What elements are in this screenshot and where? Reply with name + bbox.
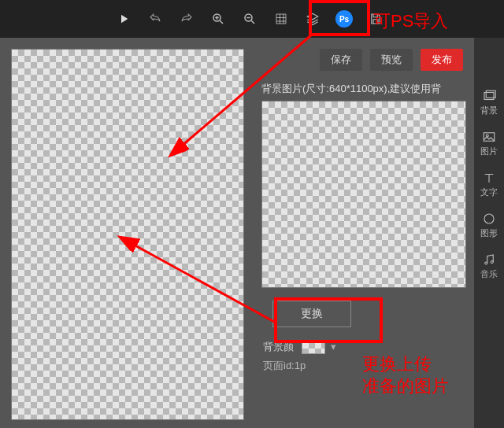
save-icon-button[interactable] [362, 6, 389, 32]
bg-description: 背景图片(尺寸:640*1100px),建议使用背 [257, 79, 471, 101]
side-tabs: 背景 图片 文字 图形 音乐 [474, 38, 504, 428]
svg-point-12 [485, 262, 487, 264]
action-row: 保存 预览 发布 [257, 46, 471, 79]
image-icon [482, 130, 496, 144]
canvas-wrap [0, 38, 252, 428]
tab-music[interactable]: 音乐 [474, 245, 504, 286]
undo-button[interactable] [142, 6, 169, 32]
background-thumbnail[interactable] [261, 101, 466, 288]
layers-button[interactable] [299, 6, 326, 32]
music-icon [482, 253, 496, 267]
tab-shape-label: 图形 [480, 227, 498, 239]
properties-panel: 保存 预览 发布 背景图片(尺寸:640*1100px),建议使用背 更换 背景… [252, 38, 474, 428]
shape-icon [482, 212, 496, 226]
ps-icon: Ps [335, 10, 353, 28]
bgcolor-label: 背景颜 [263, 341, 294, 352]
tab-shape[interactable]: 图形 [474, 205, 504, 245]
tab-image-label: 图片 [480, 146, 498, 157]
bgcolor-row[interactable]: 背景颜 ▾ [257, 334, 471, 356]
editor-canvas[interactable] [11, 49, 244, 420]
svg-line-5 [251, 20, 254, 24]
pageid-label: 页面id:1p [257, 356, 471, 374]
ps-import-button[interactable]: Ps [331, 6, 358, 32]
bgcolor-swatch[interactable] [302, 341, 325, 354]
replace-button[interactable]: 更换 [272, 301, 351, 327]
top-toolbar: Ps [0, 0, 504, 38]
text-icon [482, 171, 496, 185]
svg-point-13 [491, 260, 493, 263]
publish-button[interactable]: 发布 [421, 49, 463, 71]
right-column: 保存 预览 发布 背景图片(尺寸:640*1100px),建议使用背 更换 背景… [252, 38, 504, 428]
tab-background[interactable]: 背景 [474, 82, 504, 123]
preview-button[interactable]: 预览 [370, 49, 413, 71]
svg-point-11 [484, 214, 494, 223]
save-button[interactable]: 保存 [320, 49, 362, 71]
main-area: 保存 预览 发布 背景图片(尺寸:640*1100px),建议使用背 更换 背景… [0, 38, 504, 428]
play-button[interactable] [110, 6, 137, 32]
chevron-down-icon: ▾ [331, 341, 336, 352]
zoom-in-button[interactable] [205, 6, 232, 32]
tab-music-label: 音乐 [480, 268, 498, 280]
tab-text-label: 文字 [480, 186, 498, 198]
grid-button[interactable] [268, 6, 295, 32]
tab-background-label: 背景 [480, 105, 498, 116]
redo-button[interactable] [173, 6, 200, 32]
zoom-out-button[interactable] [236, 6, 263, 32]
background-icon [482, 89, 496, 103]
tab-text[interactable]: 文字 [474, 164, 504, 205]
tab-image[interactable]: 图片 [474, 123, 504, 164]
svg-line-1 [220, 20, 223, 24]
